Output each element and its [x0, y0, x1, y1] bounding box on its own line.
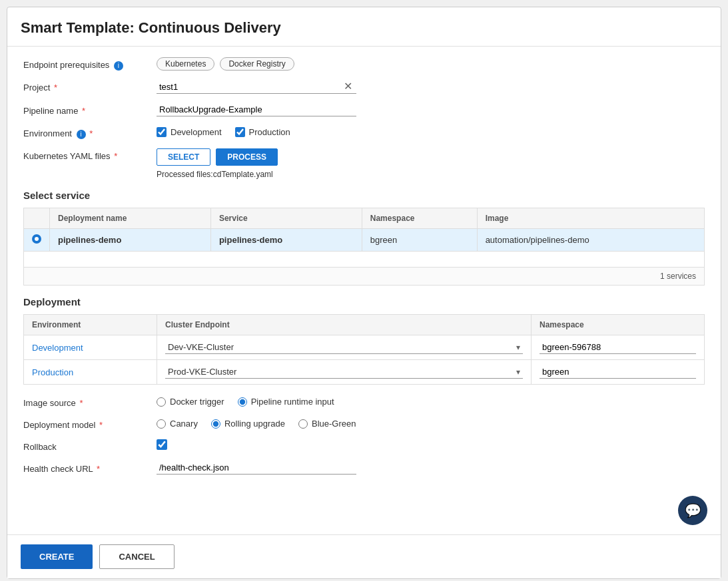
- image-source-radio-group: Docker trigger Pipeline runtime input: [157, 395, 705, 407]
- kubernetes-yaml-label: Kubernetes YAML files *: [23, 148, 157, 161]
- project-input[interactable]: [159, 82, 342, 92]
- row-radio-dot: [32, 234, 41, 244]
- endpoint-prerequisites-control: Kubernetes Docker Registry: [157, 57, 705, 71]
- environment-row: Environment i * Development Production: [23, 126, 705, 139]
- model-rolling-upgrade-item[interactable]: Rolling upgrade: [211, 419, 285, 429]
- pill-docker-registry: Docker Registry: [220, 57, 294, 71]
- row-deployment-name: pipelines-demo: [50, 229, 211, 252]
- table-footer: 1 services: [23, 268, 705, 286]
- create-button[interactable]: CREATE: [21, 544, 93, 569]
- project-input-wrapper: ✕: [157, 80, 356, 94]
- col-cluster-endpoint: Cluster Endpoint: [157, 315, 532, 335]
- chevron-dev-icon: ▾: [516, 343, 520, 352]
- row-service: pipelines-demo: [210, 229, 362, 252]
- image-docker-trigger-radio[interactable]: [157, 397, 166, 407]
- table-row[interactable]: pipelines-demo pipelines-demo bgreen aut…: [24, 229, 705, 252]
- health-check-url-label: Health check URL *: [23, 461, 157, 474]
- col-radio: [24, 208, 50, 229]
- table-empty-row: [24, 252, 705, 268]
- environment-control: Development Production: [157, 126, 705, 137]
- cluster-select-dev[interactable]: Dev-VKE-Cluster ▾: [165, 341, 523, 354]
- select-service-header: Select service: [23, 190, 705, 201]
- model-blue-green-radio[interactable]: [298, 419, 308, 429]
- namespace-prod-input[interactable]: [540, 365, 696, 379]
- project-row: Project * ✕: [23, 80, 705, 94]
- env-production-checkbox[interactable]: [235, 127, 245, 137]
- deployment-row-dev: Development Dev-VKE-Cluster ▾: [24, 335, 705, 360]
- rollback-label: Rollback: [23, 439, 157, 452]
- environment-info-icon[interactable]: i: [77, 130, 86, 139]
- image-pipeline-runtime-item[interactable]: Pipeline runtime input: [238, 397, 334, 407]
- col-environment: Environment: [24, 315, 157, 335]
- health-check-url-row: Health check URL *: [23, 461, 705, 475]
- image-source-control: Docker trigger Pipeline runtime input: [157, 395, 705, 407]
- modal-container: Smart Template: Continuous Delivery Endp…: [7, 7, 721, 579]
- modal-title: Smart Template: Continuous Delivery: [7, 7, 721, 47]
- form-body: Endpoint prerequisites i Kubernetes Dock…: [7, 47, 721, 494]
- col-service: Service: [210, 208, 362, 229]
- modal-footer: CREATE CANCEL: [7, 534, 721, 578]
- model-canary-item[interactable]: Canary: [157, 419, 198, 429]
- project-label: Project *: [23, 80, 157, 93]
- kubernetes-yaml-row: Kubernetes YAML files * SELECT PROCESS P…: [23, 148, 705, 179]
- row-radio-cell: [24, 229, 50, 252]
- row-namespace: bgreen: [362, 229, 477, 252]
- model-canary-radio[interactable]: [157, 419, 166, 429]
- deploy-cluster-prod[interactable]: Prod-VKE-Cluster ▾: [157, 360, 532, 385]
- env-production-item[interactable]: Production: [235, 127, 290, 137]
- processed-files-text: Processed files:cdTemplate.yaml: [157, 170, 705, 179]
- pipeline-name-input[interactable]: [157, 103, 356, 116]
- service-table-header-row: Deployment name Service Namespace Image: [24, 208, 705, 229]
- image-source-row: Image source * Docker trigger Pipeline r…: [23, 395, 705, 408]
- pill-kubernetes: Kubernetes: [157, 57, 214, 71]
- endpoint-info-icon[interactable]: i: [114, 61, 123, 71]
- image-docker-trigger-item[interactable]: Docker trigger: [157, 397, 224, 407]
- select-button[interactable]: SELECT: [157, 148, 210, 166]
- col-namespace-deploy: Namespace: [532, 315, 705, 335]
- model-blue-green-item[interactable]: Blue-Green: [298, 419, 356, 429]
- pills-container: Kubernetes Docker Registry: [157, 57, 705, 71]
- env-development-checkbox[interactable]: [157, 127, 167, 137]
- image-pipeline-runtime-radio[interactable]: [238, 397, 247, 407]
- rollback-control: [157, 439, 705, 452]
- endpoint-prerequisites-row: Endpoint prerequisites i Kubernetes Dock…: [23, 57, 705, 71]
- pipeline-name-label: Pipeline name *: [23, 103, 157, 116]
- env-development-item[interactable]: Development: [157, 127, 222, 137]
- rollback-row: Rollback: [23, 439, 705, 452]
- health-check-url-input[interactable]: [157, 461, 356, 475]
- deploy-env-development: Development: [24, 335, 157, 360]
- deploy-namespace-prod: [532, 360, 705, 385]
- pipeline-name-row: Pipeline name *: [23, 103, 705, 116]
- deployment-header: Deployment: [23, 296, 705, 307]
- col-namespace: Namespace: [362, 208, 477, 229]
- col-image: Image: [477, 208, 704, 229]
- deployment-table: Environment Cluster Endpoint Namespace D…: [23, 314, 705, 385]
- deployment-model-radio-group: Canary Rolling upgrade Blue-Green: [157, 417, 705, 429]
- deployment-table-container: Environment Cluster Endpoint Namespace D…: [23, 314, 705, 385]
- environment-checkboxes: Development Production: [157, 126, 705, 137]
- cancel-button[interactable]: CANCEL: [99, 544, 174, 569]
- kubernetes-yaml-control: SELECT PROCESS Processed files:cdTemplat…: [157, 148, 705, 179]
- model-rolling-upgrade-radio[interactable]: [211, 419, 220, 429]
- rollback-checkbox[interactable]: [157, 439, 167, 450]
- image-source-label: Image source *: [23, 395, 157, 408]
- chat-icon: 💬: [685, 502, 701, 518]
- row-image: automation/pipelines-demo: [477, 229, 704, 252]
- service-table-container: Deployment name Service Namespace Image …: [23, 208, 705, 286]
- deployment-table-header-row: Environment Cluster Endpoint Namespace: [24, 315, 705, 335]
- endpoint-prerequisites-label: Endpoint prerequisites i: [23, 57, 157, 71]
- process-button[interactable]: PROCESS: [216, 148, 278, 166]
- cluster-select-prod[interactable]: Prod-VKE-Cluster ▾: [165, 365, 523, 379]
- deployment-model-control: Canary Rolling upgrade Blue-Green: [157, 417, 705, 429]
- chat-button[interactable]: 💬: [678, 496, 707, 525]
- deploy-namespace-dev: [532, 335, 705, 360]
- deployment-row-prod: Production Prod-VKE-Cluster ▾: [24, 360, 705, 385]
- col-deployment-name: Deployment name: [50, 208, 211, 229]
- project-clear-button[interactable]: ✕: [342, 81, 354, 92]
- health-check-url-control: [157, 461, 705, 475]
- environment-label: Environment i *: [23, 126, 157, 139]
- deploy-cluster-dev[interactable]: Dev-VKE-Cluster ▾: [157, 335, 532, 360]
- namespace-dev-input[interactable]: [540, 341, 696, 354]
- deploy-env-production: Production: [24, 360, 157, 385]
- pipeline-name-control: [157, 103, 705, 116]
